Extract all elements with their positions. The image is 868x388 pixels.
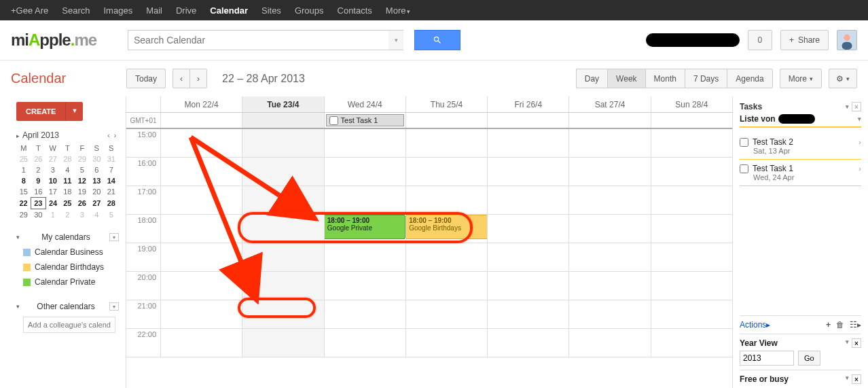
hour-cell[interactable]: [487, 158, 568, 186]
trash-icon[interactable]: 🗑: [836, 320, 844, 330]
topnav-drive[interactable]: Drive: [176, 5, 196, 16]
hour-cell[interactable]: [405, 215, 487, 243]
settings-button[interactable]: ⚙ ▾: [829, 69, 857, 88]
day-header[interactable]: Tue 23/4: [242, 96, 323, 112]
minimonth-prev[interactable]: ‹: [106, 132, 112, 139]
hour-cell[interactable]: [405, 272, 487, 300]
minical-day[interactable]: 28: [60, 154, 75, 164]
chevron-right-icon[interactable]: ›: [858, 138, 861, 146]
topnav-contacts[interactable]: Contacts: [338, 5, 372, 16]
allday-cell[interactable]: [160, 113, 242, 128]
hour-cell[interactable]: [487, 300, 568, 328]
caret-down-icon[interactable]: ▾: [846, 338, 849, 348]
allday-cell[interactable]: Test Task 1: [324, 113, 405, 128]
hour-cell[interactable]: [242, 158, 323, 186]
task-checkbox[interactable]: [740, 164, 748, 173]
hour-cell[interactable]: [242, 186, 323, 214]
minical-day[interactable]: 7: [104, 164, 119, 175]
hour-cell[interactable]: [568, 272, 650, 300]
hour-cell[interactable]: [651, 300, 732, 328]
hour-cell[interactable]: [160, 272, 242, 300]
dropdown-icon[interactable]: ▾: [109, 233, 119, 241]
minical-day[interactable]: 30: [90, 154, 105, 164]
add-colleague-input[interactable]: [23, 317, 115, 333]
topnav-mail[interactable]: Mail: [146, 5, 162, 16]
minical-day[interactable]: 6: [90, 164, 105, 175]
calendar-item[interactable]: Calendar Private: [16, 275, 119, 289]
hour-cell[interactable]: [324, 300, 405, 328]
today-button[interactable]: Today: [126, 69, 166, 88]
minical-day[interactable]: 15: [16, 186, 31, 198]
calendar-item[interactable]: Calendar Birthdays: [16, 260, 119, 275]
day-header[interactable]: Mon 22/4: [160, 96, 242, 112]
hour-cell[interactable]: [324, 272, 405, 300]
minical-day[interactable]: 26: [31, 154, 46, 164]
minical-day[interactable]: 1: [46, 209, 60, 221]
hour-cell[interactable]: [160, 329, 242, 357]
task-item[interactable]: Test Task 1›Wed, 24 Apr: [740, 160, 861, 186]
hour-cell[interactable]: [324, 329, 405, 357]
close-icon[interactable]: ×: [852, 102, 861, 111]
hour-cell[interactable]: [487, 329, 568, 357]
minical-day[interactable]: 9: [31, 175, 46, 186]
notifications-count[interactable]: 0: [748, 30, 772, 50]
caret-down-icon[interactable]: ▾: [846, 374, 849, 384]
hour-cell[interactable]: [487, 186, 568, 214]
chevron-right-icon[interactable]: ›: [858, 164, 861, 173]
day-header[interactable]: Fri 26/4: [487, 96, 568, 112]
minical-day[interactable]: 4: [60, 164, 75, 175]
search-dropdown-toggle[interactable]: ▾: [388, 30, 403, 50]
minical-day[interactable]: 30: [31, 209, 46, 221]
allday-cell[interactable]: [651, 113, 732, 128]
hour-cell[interactable]: [324, 243, 405, 271]
task-item[interactable]: Test Task 2›Sat, 13 Apr: [740, 133, 861, 160]
allday-event[interactable]: Test Task 1: [326, 114, 404, 126]
view-agenda[interactable]: Agenda: [727, 69, 772, 88]
hour-cell[interactable]: [405, 186, 487, 214]
topnav-images[interactable]: Images: [104, 5, 133, 16]
actions-link[interactable]: Actions▸: [740, 320, 770, 330]
minical-day[interactable]: 5: [104, 209, 119, 221]
topnav-calendar[interactable]: Calendar: [210, 5, 248, 16]
task-checkbox[interactable]: [740, 138, 748, 147]
close-icon[interactable]: ×: [852, 338, 861, 348]
share-button[interactable]: +Share: [780, 30, 829, 50]
next-button[interactable]: ›: [189, 69, 207, 88]
minical-day[interactable]: 29: [75, 154, 90, 164]
minical-day[interactable]: 18: [60, 186, 75, 198]
minical-day[interactable]: 4: [90, 209, 105, 221]
minical-day[interactable]: 2: [31, 164, 46, 175]
minical-day[interactable]: 27: [90, 198, 105, 209]
minical-day[interactable]: 17: [46, 186, 60, 198]
minical-day[interactable]: 23: [31, 198, 46, 209]
hour-grid[interactable]: 18:00 – 19:00Google Business18:00 – 19:0…: [126, 129, 732, 374]
list-icon[interactable]: ☷▸: [850, 320, 861, 330]
hour-cell[interactable]: [160, 158, 242, 186]
minical-day[interactable]: 5: [75, 164, 90, 175]
hour-cell[interactable]: [242, 215, 323, 243]
minical-day[interactable]: 25: [16, 154, 31, 164]
allday-cell[interactable]: [568, 113, 650, 128]
hour-cell[interactable]: [568, 215, 650, 243]
minical-day[interactable]: 16: [31, 186, 46, 198]
hour-cell[interactable]: [487, 215, 568, 243]
topnav-sites[interactable]: Sites: [261, 5, 281, 16]
hour-cell[interactable]: [242, 329, 323, 357]
minical-day[interactable]: 29: [16, 209, 31, 221]
minical-day[interactable]: 8: [16, 175, 31, 186]
hour-cell[interactable]: [568, 243, 650, 271]
task-list-name[interactable]: Liste von ▾: [740, 114, 861, 128]
minical-day[interactable]: 27: [46, 154, 60, 164]
allday-cell[interactable]: [487, 113, 568, 128]
minical-day[interactable]: 21: [104, 186, 119, 198]
hour-cell[interactable]: [405, 300, 487, 328]
hour-cell[interactable]: [242, 243, 323, 271]
minical-day[interactable]: 10: [46, 175, 60, 186]
avatar[interactable]: [837, 30, 857, 50]
minical-day[interactable]: 14: [104, 175, 119, 186]
minical-day[interactable]: 3: [75, 209, 90, 221]
dropdown-icon[interactable]: ▾: [109, 302, 119, 311]
minical-day[interactable]: 28: [104, 198, 119, 209]
topnav-geeare[interactable]: +Gee Are: [11, 5, 48, 16]
topnav-more[interactable]: More▾: [386, 5, 411, 16]
